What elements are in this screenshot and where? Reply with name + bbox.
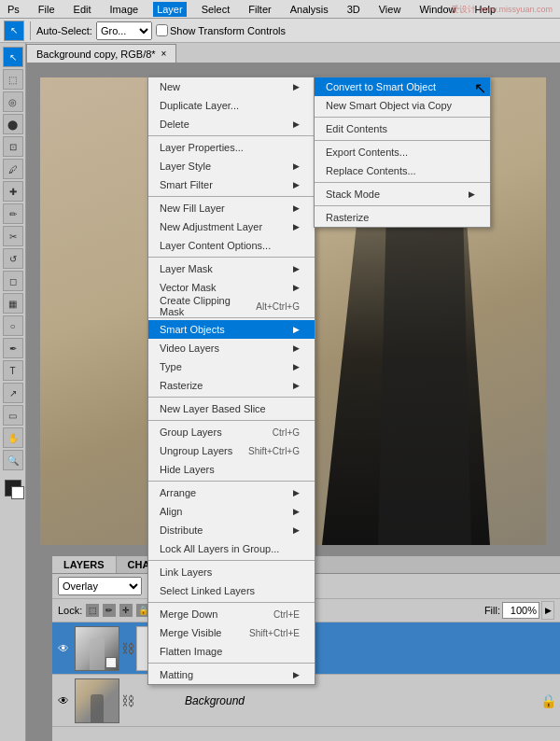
zoom-tool[interactable]: 🔍	[3, 450, 23, 470]
menu-3d[interactable]: 3D	[343, 2, 364, 17]
menu-create-clipping-mask[interactable]: Create Clipping Mask Alt+Ctrl+G	[148, 297, 315, 315]
menu-smart-objects[interactable]: Smart Objects ▶	[148, 320, 315, 339]
menu-layer[interactable]: Layer	[153, 2, 187, 17]
dodge-tool[interactable]: ○	[3, 315, 23, 336]
menu-new-layer-slice-label: New Layer Based Slice	[160, 403, 266, 414]
submenu-rasterize[interactable]: Rasterize	[315, 208, 490, 227]
menu-new[interactable]: New ▶	[148, 77, 315, 96]
blend-mode-select[interactable]: Overlay Normal Multiply Screen	[58, 577, 142, 595]
menu-distribute[interactable]: Distribute ▶	[148, 521, 315, 539]
menu-select-linked[interactable]: Select Linked Layers	[148, 581, 315, 600]
move-tool-active[interactable]: ↖	[4, 21, 24, 41]
fill-arrow[interactable]: ▶	[541, 601, 554, 620]
menu-video-layers[interactable]: Video Layers ▶	[148, 339, 315, 357]
menu-vector-mask[interactable]: Vector Mask ▶	[148, 278, 315, 297]
submenu-edit-contents[interactable]: Edit Contents	[315, 119, 490, 138]
tools-panel: ↖ ⬚ ◎ ⬤ ⊡ 🖊 ✚ ✏ ✂ ↺ ◻ ▦ ○ ✒ T ↗ ▭ ✋ 🔍	[0, 43, 26, 741]
eraser-tool[interactable]: ◻	[3, 271, 23, 291]
crop-tool[interactable]: ⊡	[3, 136, 23, 157]
canvas-tab[interactable]: Background copy, RGB/8* ×	[26, 44, 176, 63]
menu-layer-style[interactable]: Layer Style ▶	[148, 157, 315, 175]
fill-control: Fill: ▶	[484, 601, 554, 620]
menu-analysis[interactable]: Analysis	[287, 2, 332, 17]
menu-ungroup-layers[interactable]: Ungroup Layers Shift+Ctrl+G	[148, 441, 315, 460]
menu-arrange[interactable]: Arrange ▶	[148, 483, 315, 502]
menu-layer-properties[interactable]: Layer Properties...	[148, 138, 315, 157]
marquee-tool[interactable]: ⬚	[3, 69, 23, 90]
menu-lock-all-layers[interactable]: Lock All Layers in Group...	[148, 539, 315, 558]
lock-pixel-icon[interactable]: ⬚	[86, 604, 99, 617]
menu-smart-filter[interactable]: Smart Filter ▶	[148, 175, 315, 194]
menu-image[interactable]: Image	[106, 2, 143, 17]
move-tool[interactable]: ↖	[3, 47, 23, 67]
menu-new-layer-slice[interactable]: New Layer Based Slice	[148, 399, 315, 418]
menu-hide-layers[interactable]: Hide Layers	[148, 460, 315, 479]
menu-layer-content-options[interactable]: Layer Content Options...	[148, 236, 315, 255]
menu-layer-mask[interactable]: Layer Mask ▶	[148, 259, 315, 278]
fill-input[interactable]	[502, 602, 539, 619]
menu-group-layers[interactable]: Group Layers Ctrl+G	[148, 423, 315, 441]
menu-type[interactable]: Type ▶	[148, 357, 315, 376]
tab-layers[interactable]: LAYERS	[52, 556, 117, 573]
menu-file[interactable]: File	[35, 2, 59, 17]
show-transform-checkbox[interactable]	[156, 24, 168, 36]
lock-paint-icon[interactable]: ✏	[103, 604, 116, 617]
smart-object-badge: ⊡	[105, 657, 117, 668]
gradient-tool[interactable]: ▦	[3, 293, 23, 314]
menu-adj-layer-arrow: ▶	[293, 222, 300, 231]
layer-visibility-bg-copy[interactable]: 👁	[56, 641, 71, 656]
sub-sep-3	[315, 182, 490, 183]
lock-move-icon[interactable]: ✛	[119, 604, 133, 617]
quick-select-tool[interactable]: ⬤	[3, 114, 23, 134]
type-tool[interactable]: T	[3, 360, 23, 381]
heal-tool[interactable]: ✚	[3, 181, 23, 202]
menu-select[interactable]: Select	[198, 2, 234, 17]
menu-fill-layer-label: New Fill Layer	[160, 203, 225, 214]
tab-close[interactable]: ×	[161, 49, 167, 59]
menu-merge-down[interactable]: Merge Down Ctrl+E	[148, 605, 315, 623]
eyedropper-tool[interactable]: 🖊	[3, 159, 23, 179]
export-contents-label: Export Contents...	[326, 147, 408, 158]
menu-vector-mask-arrow: ▶	[293, 283, 300, 292]
menu-delete[interactable]: Delete ▶	[148, 115, 315, 133]
shape-tool[interactable]: ▭	[3, 405, 23, 426]
menu-align[interactable]: Align ▶	[148, 502, 315, 521]
layer-dropdown-menu[interactable]: New ▶ Duplicate Layer... Delete ▶ Layer …	[147, 77, 315, 685]
menu-matting[interactable]: Matting ▶	[148, 665, 315, 684]
brush-tool[interactable]: ✏	[3, 203, 23, 224]
pen-tool[interactable]: ✒	[3, 338, 23, 358]
menu-link-layers[interactable]: Link Layers	[148, 563, 315, 581]
layer-visibility-bg[interactable]: 👁	[56, 693, 71, 708]
menu-group-layers-label: Group Layers	[160, 426, 222, 438]
sep-9	[148, 602, 315, 603]
menu-new-fill-layer[interactable]: New Fill Layer ▶	[148, 199, 315, 217]
submenu-new-smart-via-copy[interactable]: New Smart Object via Copy	[315, 96, 490, 115]
hand-tool[interactable]: ✋	[3, 427, 23, 448]
menu-delete-arrow: ▶	[293, 119, 300, 129]
submenu-stack-mode[interactable]: Stack Mode ▶	[315, 185, 490, 203]
menu-rasterize[interactable]: Rasterize ▶	[148, 376, 315, 395]
submenu-export-contents[interactable]: Export Contents...	[315, 143, 490, 161]
history-tool[interactable]: ↺	[3, 248, 23, 269]
sep-4	[148, 317, 315, 318]
menu-duplicate-layer[interactable]: Duplicate Layer...	[148, 96, 315, 115]
background-color[interactable]	[11, 486, 24, 499]
lasso-tool[interactable]: ◎	[3, 91, 23, 112]
menu-ps[interactable]: Ps	[4, 2, 23, 17]
smart-objects-submenu[interactable]: Convert to Smart Object New Smart Object…	[314, 77, 491, 228]
clone-tool[interactable]: ✂	[3, 226, 23, 246]
main-area: ↖ ⬚ ◎ ⬤ ⊡ 🖊 ✚ ✏ ✂ ↺ ◻ ▦ ○ ✒ T ↗ ▭ ✋ 🔍 Ba…	[0, 43, 560, 741]
menu-view[interactable]: View	[375, 2, 405, 17]
menu-new-adjustment-layer[interactable]: New Adjustment Layer ▶	[148, 217, 315, 236]
menu-merge-visible-label: Merge Visible	[160, 627, 221, 638]
submenu-convert-smart-object[interactable]: Convert to Smart Object	[315, 77, 490, 96]
sub-sep-2	[315, 140, 490, 141]
menu-edit[interactable]: Edit	[70, 2, 95, 17]
menu-merge-visible[interactable]: Merge Visible Shift+Ctrl+E	[148, 623, 315, 642]
menu-filter[interactable]: Filter	[245, 2, 274, 17]
auto-select-dropdown[interactable]: Gro...	[96, 21, 152, 40]
foreground-color[interactable]	[5, 480, 21, 496]
path-select-tool[interactable]: ↗	[3, 383, 23, 403]
submenu-replace-contents[interactable]: Replace Contents...	[315, 161, 490, 180]
menu-flatten-image[interactable]: Flatten Image	[148, 642, 315, 661]
